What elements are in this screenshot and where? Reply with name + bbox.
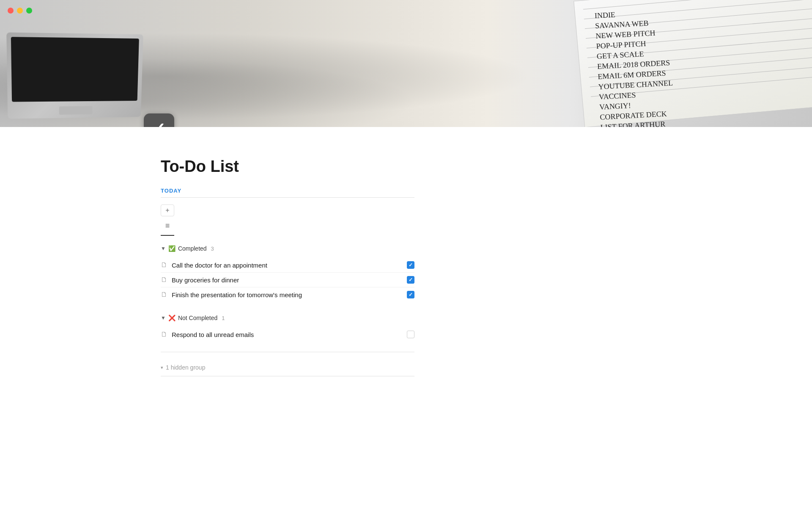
- completed-chevron-icon: ▼: [161, 246, 166, 251]
- toolbar: +: [161, 204, 414, 216]
- hidden-group-chevron-icon: ▾: [161, 365, 163, 370]
- completed-group-header[interactable]: ▼ ✅ Completed 3: [161, 243, 414, 254]
- laptop-decoration: [0, 0, 169, 127]
- not-completed-group-header[interactable]: ▼ ❌ Not Completed 1: [161, 312, 414, 324]
- not-completed-group: ▼ ❌ Not Completed 1 🗋 Respond to all unr…: [161, 312, 414, 342]
- add-button[interactable]: +: [161, 204, 174, 216]
- checkmark-icon: ✓: [153, 120, 165, 127]
- task-checkbox-2[interactable]: [407, 276, 414, 284]
- bottom-divider-2: [161, 376, 414, 376]
- task-checkbox-3[interactable]: [407, 291, 414, 298]
- task-label-3: Finish the presentation for tomorrow's m…: [172, 291, 403, 298]
- task-label-2: Buy groceries for dinner: [172, 276, 403, 284]
- hidden-group[interactable]: ▾ 1 hidden group: [161, 359, 414, 376]
- bottom-divider: [161, 352, 414, 352]
- completed-count: 3: [211, 246, 214, 252]
- hero-banner: INDIE SAVANNA WEB NEW WEB PITCH POP-UP P…: [0, 0, 812, 127]
- doc-icon-1: 🗋: [161, 261, 167, 269]
- page-icon: ✓: [144, 113, 174, 127]
- not-completed-count: 1: [222, 315, 225, 321]
- section-divider: [161, 197, 414, 198]
- active-tab-indicator: [161, 235, 174, 236]
- task-label-4: Respond to all unread emails: [172, 331, 403, 338]
- not-completed-label: Not Completed: [178, 315, 217, 321]
- filter-button[interactable]: ≡: [161, 220, 174, 232]
- today-section: TODAY: [161, 188, 414, 198]
- completed-task-1: 🗋 Call the doctor for an appointment: [161, 258, 414, 273]
- section-header-today: TODAY: [161, 188, 414, 194]
- not-completed-chevron-icon: ▼: [161, 315, 166, 321]
- maximize-button[interactable]: [26, 8, 32, 14]
- close-button[interactable]: [8, 8, 14, 14]
- not-completed-task-1: 🗋 Respond to all unread emails: [161, 327, 414, 342]
- completed-group: ▼ ✅ Completed 3 🗋 Call the doctor for an…: [161, 243, 414, 302]
- not-completed-emoji: ❌: [168, 315, 176, 321]
- minimize-button[interactable]: [17, 8, 23, 14]
- notebook-text: INDIE SAVANNA WEB NEW WEB PITCH POP-UP P…: [594, 6, 704, 127]
- window-controls: [8, 8, 32, 14]
- doc-icon-4: 🗋: [161, 331, 167, 338]
- notebook-decoration: INDIE SAVANNA WEB NEW WEB PITCH POP-UP P…: [573, 0, 812, 127]
- completed-label: Completed: [178, 245, 207, 252]
- page-title: To-Do List: [161, 157, 414, 176]
- task-label-1: Call the doctor for an appointment: [172, 262, 403, 269]
- task-checkbox-4[interactable]: [407, 331, 414, 338]
- completed-task-2: 🗋 Buy groceries for dinner: [161, 273, 414, 287]
- task-checkbox-1[interactable]: [407, 261, 414, 269]
- doc-icon-3: 🗋: [161, 291, 167, 298]
- doc-icon-2: 🗋: [161, 276, 167, 284]
- main-content: To-Do List TODAY + ≡ ▼ ✅ Completed 3 🗋 C…: [135, 157, 440, 376]
- completed-task-3: 🗋 Finish the presentation for tomorrow's…: [161, 287, 414, 302]
- completed-emoji: ✅: [168, 245, 176, 252]
- hidden-group-label: 1 hidden group: [166, 364, 205, 371]
